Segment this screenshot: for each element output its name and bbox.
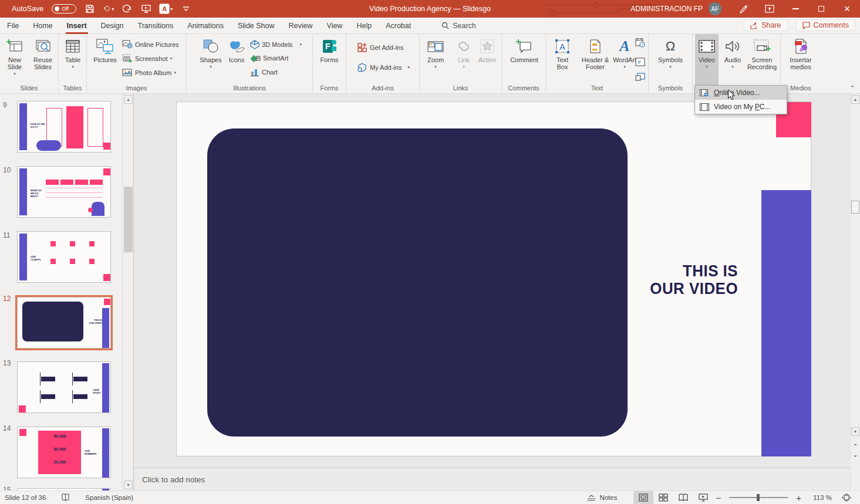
notes-placeholder[interactable]: Click to add notes	[142, 475, 205, 484]
thumbnail-scrollbar-thumb[interactable]	[124, 187, 133, 252]
video-button[interactable]: Video▾	[695, 34, 719, 93]
font-color-dropdown-icon[interactable]: ▾	[170, 6, 173, 12]
tab-acrobat[interactable]: Acrobat	[379, 18, 418, 34]
object-button[interactable]	[635, 73, 645, 82]
photo-album-button[interactable]: Photo Album▾	[122, 68, 176, 77]
font-color-button[interactable]: A▾	[160, 4, 173, 13]
text-box-button[interactable]: A Text Box	[551, 35, 574, 70]
tab-view[interactable]: View	[320, 18, 350, 34]
purple-accent-bar[interactable]	[761, 190, 811, 456]
slide-info[interactable]: Slide 12 of 36	[5, 494, 46, 501]
tab-animations[interactable]: Animations	[180, 18, 231, 34]
editor-scrollbar-thumb[interactable]	[851, 201, 859, 214]
tab-review[interactable]: Review	[282, 18, 320, 34]
language-indicator[interactable]: Spanish (Spain)	[85, 494, 133, 501]
tab-help[interactable]: Help	[349, 18, 379, 34]
reuse-slides-button[interactable]: Reuse Slides	[29, 35, 56, 70]
get-addins-button[interactable]: Get Add-ins	[357, 42, 403, 53]
ribbon-display-options-button[interactable]	[757, 0, 783, 18]
fit-to-window-button[interactable]	[837, 491, 856, 504]
next-slide-button[interactable]: ⏷	[851, 452, 859, 461]
notes-toggle[interactable]: Notes	[587, 494, 617, 501]
table-button[interactable]: Table▾	[59, 35, 86, 70]
collapse-ribbon-icon[interactable]: ⌃	[850, 84, 855, 92]
thumbnail-scroll-down-icon[interactable]: ▼	[124, 481, 133, 489]
editor-scrollbar[interactable]: ▲ ▼ ⏶ ⏷	[850, 94, 860, 491]
thumbnail-slide-9[interactable]: HOW DO WE DO IT?	[17, 101, 111, 153]
zoom-level[interactable]: 113 %	[806, 494, 832, 501]
slide-sorter-view-button[interactable]	[653, 491, 673, 504]
avatar[interactable]: AF	[709, 2, 721, 15]
my-addins-button[interactable]: My Add-ins▾	[357, 62, 410, 73]
pictures-button[interactable]: Pictures	[92, 35, 119, 63]
search-box[interactable]: Search	[441, 22, 476, 30]
customize-qat-button[interactable]	[181, 4, 191, 14]
save-button[interactable]	[85, 4, 95, 14]
smartart-button[interactable]: SmartArt	[250, 54, 288, 62]
thumbnail-slide-10[interactable]: WHAT DO WE DO BEST?	[17, 166, 111, 218]
undo-button[interactable]: ▾	[103, 4, 114, 14]
coming-soon-icon[interactable]	[731, 0, 757, 18]
tab-design[interactable]: Design	[94, 18, 131, 34]
tab-file[interactable]: File	[0, 18, 26, 34]
slide-canvas[interactable]: THIS ISOUR VIDEO	[176, 102, 811, 456]
comment-button[interactable]: Comment	[507, 35, 542, 63]
icons-button[interactable]: Icons	[223, 35, 250, 63]
shapes-label: Shapes	[200, 56, 221, 63]
forms-button[interactable]: F Forms	[316, 35, 343, 63]
user-name[interactable]: ADMINISTRACION FP	[630, 5, 703, 13]
header-footer-button[interactable]: Header & Footer	[579, 35, 612, 70]
zoom-slider[interactable]	[729, 497, 788, 498]
slide-number-button[interactable]: #	[635, 57, 645, 66]
tab-home[interactable]: Home	[26, 18, 59, 34]
online-pictures-button[interactable]: Online Pictures	[122, 40, 179, 49]
screen-recording-button[interactable]: Screen Recording	[746, 35, 778, 70]
normal-view-button[interactable]	[633, 491, 653, 504]
new-slide-button[interactable]: New Slide▾	[1, 35, 28, 77]
thumbnail-slide-14[interactable]: 50,000 80,000 20,000 OUR NUMBERS	[17, 427, 111, 478]
thumbnail-scroll-up-icon[interactable]: ▲	[124, 95, 133, 104]
zoom-slider-thumb[interactable]	[757, 494, 760, 501]
wordart-button[interactable]: A WordArt▾	[612, 35, 638, 70]
tab-insert[interactable]: Insert	[60, 18, 94, 34]
scroll-down-icon[interactable]: ▼	[851, 427, 859, 436]
autosave-toggle[interactable]: Off	[52, 4, 76, 13]
insertar-medios-button[interactable]: Insertar medios	[785, 35, 816, 70]
redo-button[interactable]	[122, 4, 133, 14]
thumbnail-scrollbar[interactable]: ▲ ▼	[122, 94, 134, 491]
close-button[interactable]: ×	[834, 0, 860, 18]
screenshot-button[interactable]: Screenshot▾	[122, 54, 172, 63]
slideshow-view-button[interactable]	[693, 491, 713, 504]
smartart-icon	[250, 54, 261, 62]
undo-dropdown-icon[interactable]: ▾	[112, 6, 114, 12]
zoom-in-button[interactable]: +	[794, 493, 804, 503]
start-slideshow-button[interactable]	[141, 4, 151, 14]
zoom-button[interactable]: Zoom▾	[422, 35, 449, 70]
audio-button[interactable]: Audio▾	[721, 35, 744, 70]
thumbnail-slide-12[interactable]: THIS ISOUR VIDEO	[17, 297, 111, 349]
3d-models-icon	[250, 40, 259, 49]
spell-check-icon[interactable]	[61, 493, 70, 502]
shapes-button[interactable]: Shapes▾	[197, 35, 224, 70]
minimize-button[interactable]	[783, 0, 808, 18]
symbols-button[interactable]: Ω Symbols▾	[657, 35, 684, 70]
3d-models-button[interactable]: 3D Models▾	[250, 40, 302, 49]
thumbnail-slide-13[interactable]: CASE STUDY	[17, 361, 111, 413]
scroll-up-icon[interactable]: ▲	[851, 95, 859, 104]
tab-slideshow[interactable]: Slide Show	[231, 18, 282, 34]
reading-view-button[interactable]	[673, 491, 693, 504]
share-button[interactable]: Share	[744, 19, 787, 31]
chart-button[interactable]: Chart	[250, 68, 278, 76]
date-time-button[interactable]	[635, 38, 645, 48]
slide-title[interactable]: THIS ISOUR VIDEO	[650, 262, 738, 297]
maximize-button[interactable]	[808, 0, 834, 18]
tab-transitions[interactable]: Transitions	[130, 18, 180, 34]
video-placeholder-shape[interactable]	[207, 128, 628, 437]
previous-slide-button[interactable]: ⏶	[851, 440, 859, 449]
comments-button[interactable]: Comments	[796, 19, 855, 31]
thumbnail-slide-11[interactable]: OUR CLIENTS	[17, 231, 111, 283]
notes-pane[interactable]: Click to add notes	[134, 468, 850, 491]
menu-item-video-on-my-pc[interactable]: Video on My PC...	[695, 100, 787, 114]
menu-item-online-video[interactable]: Online Video...	[695, 86, 787, 100]
zoom-out-button[interactable]: −	[713, 493, 723, 503]
